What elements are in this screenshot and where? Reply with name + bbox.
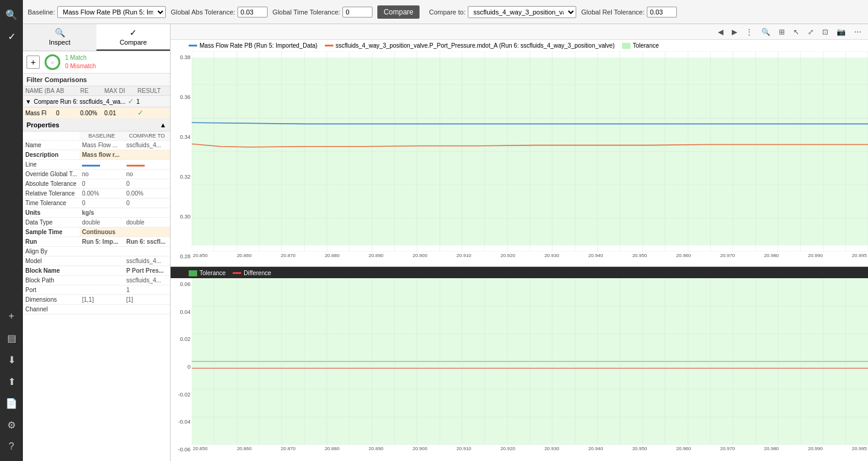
legend-label-baseline: Mass Flow Rate PB (Run 5: Imported_Data): [200, 42, 318, 49]
legend-color-tolerance-bottom: [189, 270, 197, 276]
bottom-chart-plot: 20.850 20.860 20.870 20.880 20.890 20.90…: [192, 278, 868, 456]
prop-row-description: Description Mass flow r...: [23, 150, 170, 160]
more-button[interactable]: ⋯: [851, 26, 864, 38]
compare-button[interactable]: ✓: [2, 27, 21, 46]
panel-actions: + ○ 1 Match 0 Mismatch: [23, 51, 170, 74]
global-time-tolerance-label: Global Time Tolerance:: [272, 8, 340, 16]
prop-row-rel-tolerance: Relative Tolerance 0.00% 0.00%: [23, 189, 170, 199]
row-name: Mass Fl: [25, 110, 56, 116]
line-swatch-blue: [82, 165, 100, 167]
document-button[interactable]: 📄: [2, 393, 21, 413]
properties-table: BASELINE COMPARE TO Name Mass Flow ... s…: [23, 132, 170, 314]
col-compare-header: COMPARE TO: [124, 132, 170, 141]
row-maxdi: 0.01: [104, 110, 137, 116]
legend-color-tolerance: [622, 43, 631, 49]
prop-row-line: Line: [23, 160, 170, 170]
filter-section: Filter Comparisons: [23, 74, 170, 86]
expand-button[interactable]: ⤢: [805, 26, 817, 38]
settings-button[interactable]: ⚙: [2, 415, 21, 434]
compare-button[interactable]: Compare: [377, 5, 419, 19]
compare-to-select[interactable]: sscfluids_4_way_3_position_valv...: [468, 6, 576, 18]
legend-color-compare: [325, 45, 333, 46]
global-time-tolerance-input[interactable]: [342, 7, 373, 17]
status-match: 1 Match: [65, 54, 96, 62]
legend-label-tolerance-bottom: Tolerance: [200, 270, 225, 276]
top-chart-svg: [192, 51, 868, 252]
prop-row-dimensions: Dimensions [1,1] [1]: [23, 295, 170, 305]
camera-button[interactable]: 📷: [834, 26, 849, 38]
cursor-button[interactable]: ⋮: [743, 26, 756, 38]
status-info: 1 Match 0 Mismatch: [65, 54, 96, 71]
prop-row-override: Override Global T... no no: [23, 170, 170, 179]
prop-row-sampletime: Sample Time Continuous: [23, 227, 170, 237]
properties-collapse-icon[interactable]: ▲: [160, 121, 166, 129]
status-mismatch: 0 Mismatch: [65, 62, 96, 71]
properties-title: Properties: [27, 121, 59, 129]
legend-item-difference: Difference: [233, 270, 271, 276]
status-circle: ○: [45, 54, 60, 70]
select-button[interactable]: ↖: [790, 26, 802, 38]
prop-row-datatype: Data Type double double: [23, 218, 170, 227]
baseline-label: Baseline:: [28, 8, 55, 16]
fit-button[interactable]: ⊡: [819, 26, 831, 38]
pan-button[interactable]: ⊞: [776, 26, 788, 38]
row-result: ✓: [137, 109, 168, 117]
add-comparison-button[interactable]: +: [27, 56, 40, 69]
prop-row-units: Units kg/s: [23, 208, 170, 218]
prop-row-blockname: Block Name P Port Pres...: [23, 266, 170, 276]
download-button[interactable]: ⬇: [2, 350, 21, 369]
zoom-button[interactable]: 🔍: [758, 26, 773, 38]
left-panel: 🔍 Inspect ✓ Compare + ○ 1 Match 0 Mismat…: [23, 24, 171, 461]
legend-label-compare: sscfluids_4_way_3_position_valve.P_Port_…: [336, 42, 615, 49]
global-rel-tolerance-input[interactable]: [647, 7, 677, 17]
table-row[interactable]: Mass Fl 0 0.00% 0.01 ✓: [23, 107, 170, 119]
legend-item-baseline: Mass Flow Rate PB (Run 5: Imported_Data): [189, 42, 318, 49]
baseline-select[interactable]: Mass Flow Rate PB (Run 5: Impor▼: [57, 6, 166, 18]
tab-compare[interactable]: ✓ Compare: [96, 24, 170, 51]
prop-row-channel: Channel: [23, 305, 170, 314]
prev-button[interactable]: ◀: [715, 26, 726, 38]
next-button[interactable]: ▶: [729, 26, 740, 38]
prop-row-run: Run Run 5: Imp... Run 6: sscfl...: [23, 237, 170, 247]
col-result: RESULT: [137, 87, 168, 94]
prop-row-name: Name Mass Flow ... sscfluids_4...: [23, 141, 170, 150]
prop-row-time-tolerance: Time Tolerance 0 0: [23, 199, 170, 208]
properties-panel: Properties ▲ BASELINE COMPARE TO Name: [23, 119, 170, 461]
col-baseline-header: BASELINE: [80, 132, 124, 141]
legend-item-compare: sscfluids_4_way_3_position_valve.P_Port_…: [325, 42, 615, 49]
legend-label-tolerance: Tolerance: [633, 42, 659, 49]
col-ab: AB: [56, 87, 80, 94]
prop-row-port: Port 1: [23, 285, 170, 295]
legend-label-difference: Difference: [244, 270, 271, 276]
chart-area: ◀ ▶ ⋮ 🔍 ⊞ ↖ ⤢ ⊡ 📷 ⋯ Mass Flow Rate PB (R…: [171, 24, 868, 461]
top-chart-legend: Mass Flow Rate PB (Run 5: Imported_Data)…: [171, 40, 868, 51]
help-button[interactable]: ?: [2, 437, 21, 456]
compare-group-label: ▼ Compare Run 6: sscfluids_4_wa... ✓ 1: [23, 96, 170, 107]
share-button[interactable]: ⬆: [2, 372, 21, 391]
inspect-tab-label: Inspect: [49, 39, 70, 46]
row-re: 0.00%: [80, 110, 104, 116]
bottom-chart-x-axis: 20.850 20.860 20.870 20.880 20.890 20.90…: [192, 446, 868, 451]
chart-toolbar: ◀ ▶ ⋮ 🔍 ⊞ ↖ ⤢ ⊡ 📷 ⋯: [171, 24, 868, 40]
line-swatch-orange: [127, 165, 145, 167]
layers-button[interactable]: ▤: [2, 328, 21, 348]
top-chart: Mass Flow Rate PB (Run 5: Imported_Data)…: [171, 40, 868, 268]
global-abs-tolerance-input[interactable]: [237, 7, 268, 17]
col-name: NAME (BA: [25, 87, 56, 94]
prop-row-abs-tolerance: Absolute Tolerance 0 0: [23, 179, 170, 189]
top-chart-plot: 20.850 20.860 20.870 20.880 20.890 20.90…: [192, 51, 868, 262]
add-button[interactable]: +: [2, 307, 21, 326]
tab-inspect[interactable]: 🔍 Inspect: [23, 24, 96, 51]
inspect-tab-icon: 🔍: [55, 28, 65, 37]
prop-row-blockpath: Block Path sscfluids_4...: [23, 276, 170, 285]
inspect-button[interactable]: 🔍: [2, 5, 21, 24]
compare-tab-icon: ✓: [130, 28, 137, 37]
bottom-chart-y-axis: 0.06 0.04 0.02 0 -0.02 -0.04 -0.06: [171, 278, 192, 456]
row-ab: 0: [56, 110, 80, 116]
legend-color-difference: [233, 272, 241, 274]
compare-group-count: 1: [136, 98, 140, 105]
top-chart-x-axis: 20.850 20.860 20.870 20.880 20.890 20.90…: [192, 253, 868, 258]
legend-color-baseline: [189, 45, 197, 46]
compare-to-label: Compare to:: [429, 8, 466, 16]
panel-tabs: 🔍 Inspect ✓ Compare: [23, 24, 170, 51]
